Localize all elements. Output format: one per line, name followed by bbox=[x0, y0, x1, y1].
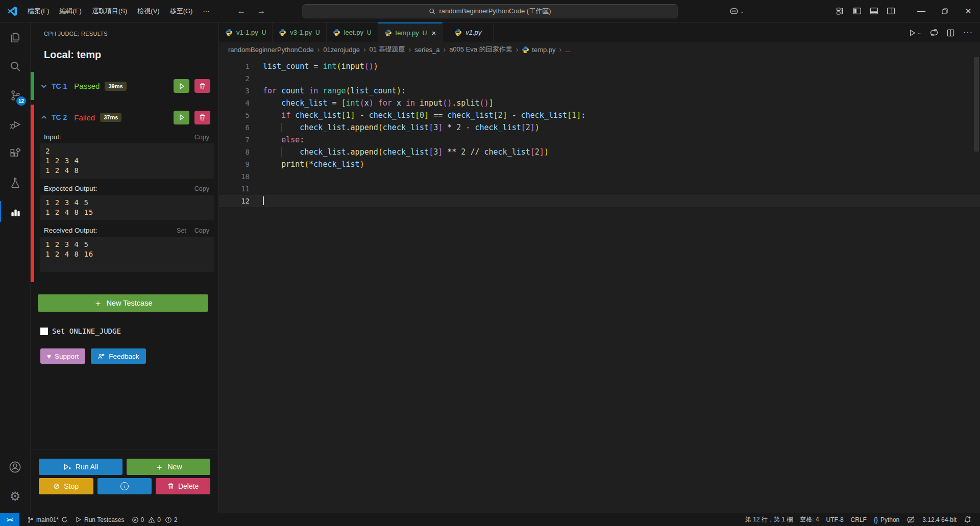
python-icon bbox=[333, 29, 340, 36]
testing-icon[interactable] bbox=[0, 168, 30, 197]
menu-item-5[interactable]: ··· bbox=[198, 5, 214, 17]
editor-scrollbar[interactable] bbox=[974, 57, 979, 152]
support-button[interactable]: ♥ Support bbox=[40, 348, 85, 364]
run-testcases-icon[interactable] bbox=[930, 29, 938, 37]
testcase-2-row[interactable]: TC 2 Failed 37ms bbox=[34, 105, 218, 130]
feedback-button[interactable]: Feedback bbox=[91, 348, 145, 364]
git-branch-item[interactable]: main01* bbox=[23, 516, 71, 523]
customize-layout-icon[interactable] bbox=[836, 7, 845, 15]
remote-indicator[interactable]: >< bbox=[0, 513, 19, 526]
source-control-icon[interactable]: 12 bbox=[0, 81, 30, 110]
minimize-button[interactable]: — bbox=[910, 0, 933, 22]
restore-button[interactable] bbox=[933, 0, 957, 22]
chevron-up-icon[interactable] bbox=[40, 114, 47, 121]
close-tab-icon[interactable]: × bbox=[432, 29, 436, 37]
copilot-status-item[interactable] bbox=[903, 515, 919, 524]
new-file-testcase-button[interactable]: ＋ New bbox=[127, 459, 210, 475]
online-judge-checkbox[interactable] bbox=[40, 328, 48, 335]
problems-item[interactable]: 0 0 2 bbox=[128, 516, 181, 523]
close-window-icon[interactable]: ✕ bbox=[957, 0, 980, 22]
notifications-bell-icon[interactable] bbox=[960, 516, 975, 523]
extensions-icon[interactable] bbox=[0, 139, 30, 168]
stop-button[interactable]: ⊘ Stop bbox=[39, 478, 93, 494]
command-center-search[interactable]: randomBeginnerPythonCode (工作區) bbox=[303, 4, 678, 18]
toggle-panel-icon[interactable] bbox=[870, 7, 878, 15]
breadcrumb-item-2[interactable]: 01 基礎題庫 bbox=[370, 45, 405, 54]
encoding-item[interactable]: UTF-8 bbox=[823, 516, 847, 523]
code-line-6[interactable]: 6 check_list.append(check_list[3] * 2 - … bbox=[219, 121, 980, 134]
forward-arrow-icon[interactable]: → bbox=[254, 5, 268, 17]
tab-v1-1.py[interactable]: v1-1.pyU bbox=[219, 22, 273, 42]
delete-testcase-2-button[interactable] bbox=[194, 111, 210, 124]
breadcrumb-separator: › bbox=[363, 45, 366, 54]
modified-badge: U bbox=[315, 29, 320, 36]
toggle-secondary-sidebar-icon[interactable] bbox=[887, 7, 895, 15]
new-testcase-button[interactable]: ＋ New Testcase bbox=[38, 294, 208, 312]
menu-item-2[interactable]: 選取項目(S) bbox=[87, 4, 132, 18]
back-arrow-icon[interactable]: ← bbox=[234, 5, 249, 17]
accounts-icon[interactable] bbox=[0, 453, 30, 482]
tab-leet.py[interactable]: leet.pyU bbox=[327, 22, 378, 42]
code-line-9[interactable]: 9 print(*check_list) bbox=[219, 158, 980, 170]
cph-judge-icon[interactable] bbox=[0, 197, 30, 226]
expected-output-textarea[interactable]: 1 2 3 4 5 1 2 4 8 15 bbox=[40, 195, 214, 220]
python-interpreter-item[interactable]: 3.12.4 64-bit bbox=[919, 516, 960, 523]
run-testcase-2-button[interactable] bbox=[174, 111, 189, 124]
menu-item-4[interactable]: 移至(G) bbox=[165, 4, 198, 18]
code-line-11[interactable]: 11 bbox=[219, 183, 980, 195]
search-sidebar-icon[interactable] bbox=[0, 52, 30, 81]
code-line-5[interactable]: 5 if check_list[1] - check_list[0] == ch… bbox=[219, 109, 980, 121]
copy-expected-link[interactable]: Copy bbox=[194, 185, 209, 192]
copy-input-link[interactable]: Copy bbox=[194, 134, 209, 141]
split-editor-icon[interactable] bbox=[947, 29, 954, 37]
breadcrumb-item-4[interactable]: a005 Eva 的回家作業 bbox=[449, 45, 512, 54]
code-editor[interactable]: 1list_count = int(input())23for count in… bbox=[219, 56, 980, 513]
menu-item-3[interactable]: 檢視(V) bbox=[132, 4, 164, 18]
code-line-12[interactable]: 12 bbox=[219, 195, 980, 207]
copy-received-link[interactable]: Copy bbox=[194, 227, 209, 234]
toggle-primary-sidebar-icon[interactable] bbox=[853, 7, 862, 15]
tab-v1.py[interactable]: v1.py bbox=[443, 22, 494, 42]
code-line-3[interactable]: 3for count in range(list_count): bbox=[219, 85, 980, 97]
testcase-1-row[interactable]: TC 1 Passed 39ms bbox=[31, 72, 218, 100]
breadcrumb-item-0[interactable]: randomBeginnerPythonCode bbox=[228, 46, 314, 54]
explorer-icon[interactable] bbox=[0, 22, 30, 52]
set-received-link[interactable]: Set bbox=[177, 227, 186, 234]
cursor-position-item[interactable]: 第 12 行，第 1 欄 bbox=[742, 515, 796, 524]
breadcrumb-item-5[interactable]: temp.py bbox=[522, 46, 555, 54]
info-button[interactable]: i bbox=[97, 478, 152, 494]
copilot-menu[interactable]: ⌄ bbox=[729, 7, 744, 16]
testcase-2-name: TC 2 bbox=[52, 113, 67, 121]
code-line-10[interactable]: 10 bbox=[219, 170, 980, 183]
vscode-logo-icon bbox=[7, 6, 17, 16]
tab-temp.py[interactable]: temp.pyU× bbox=[378, 22, 443, 42]
chevron-down-icon[interactable] bbox=[40, 83, 47, 90]
run-python-button[interactable]: ⌄ bbox=[909, 29, 921, 37]
delete-testcase-1-button[interactable] bbox=[194, 79, 210, 93]
breadcrumb-item-1[interactable]: 01zerojudge bbox=[323, 46, 360, 54]
breadcrumb-item-3[interactable]: series_a bbox=[414, 46, 439, 54]
python-icon bbox=[454, 29, 462, 36]
settings-gear-icon[interactable]: ⚙ bbox=[0, 482, 30, 511]
delete-button[interactable]: Delete bbox=[156, 478, 210, 494]
language-mode-item[interactable]: {} Python bbox=[870, 516, 903, 523]
code-line-1[interactable]: 1list_count = int(input()) bbox=[219, 60, 980, 72]
breadcrumb-item-6[interactable]: ... bbox=[565, 46, 571, 54]
eol-item[interactable]: CRLF bbox=[847, 516, 870, 523]
menu-item-1[interactable]: 編輯(E) bbox=[55, 4, 87, 18]
code-line-2[interactable]: 2 bbox=[219, 72, 980, 85]
indentation-item[interactable]: 空格: 4 bbox=[796, 515, 822, 524]
tab-v3-1.py[interactable]: v3-1.pyU bbox=[273, 22, 326, 42]
menu-item-0[interactable]: 檔案(F) bbox=[22, 4, 55, 18]
code-line-4[interactable]: 4 check_list = [int(x) for x in input().… bbox=[219, 97, 980, 109]
code-line-7[interactable]: 7 else: bbox=[219, 134, 980, 146]
run-debug-icon[interactable] bbox=[0, 110, 30, 139]
input-textarea[interactable]: 2 1 2 3 4 1 2 4 8 bbox=[40, 143, 214, 179]
feedback-icon bbox=[97, 353, 105, 360]
code-line-8[interactable]: 8 check_list.append(check_list[3] ** 2 /… bbox=[219, 146, 980, 158]
more-actions-icon[interactable]: ··· bbox=[963, 28, 973, 37]
run-testcase-1-button[interactable] bbox=[174, 79, 189, 93]
run-testcases-item[interactable]: Run Testcases bbox=[71, 516, 128, 523]
breadcrumb-separator: › bbox=[559, 45, 562, 54]
run-all-button[interactable]: Run All bbox=[39, 459, 122, 475]
